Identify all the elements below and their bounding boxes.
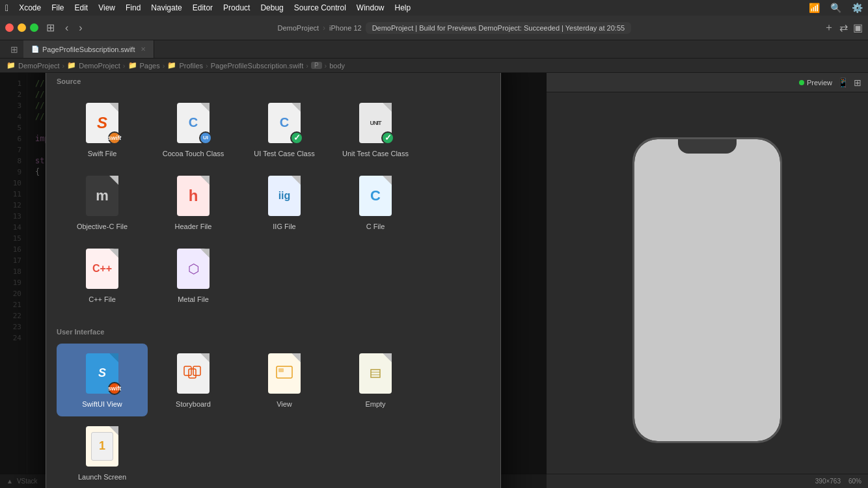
empty-svg	[366, 364, 385, 383]
back-button[interactable]: ‹	[62, 22, 71, 34]
unit-test-letter: UNIT	[370, 120, 381, 126]
device-name: iPhone 12	[329, 24, 362, 32]
forward-button[interactable]: ›	[76, 22, 85, 34]
layout-icon[interactable]: ▣	[853, 21, 863, 34]
breadcrumb-project[interactable]: DemoProject	[18, 62, 60, 70]
breadcrumb-profiles-icon: 📁	[167, 61, 176, 70]
section-ui-header: User Interface	[46, 323, 500, 338]
template-iig[interactable]: iig IIG File	[239, 166, 330, 239]
menu-find[interactable]: Find	[126, 3, 141, 12]
breadcrumb-sep-1: ›	[62, 62, 65, 70]
breadcrumb-demoproject[interactable]: DemoProject	[79, 62, 120, 70]
menu-window[interactable]: Window	[357, 3, 385, 12]
iig-letter: iig	[278, 190, 291, 202]
cocoa-badge: UI	[199, 131, 212, 144]
maximize-button[interactable]	[30, 23, 38, 32]
template-unit-test[interactable]: UNIT ✓ Unit Test Case Class	[330, 93, 421, 166]
objc-letter: m	[96, 187, 109, 204]
menu-xcode[interactable]: Xcode	[19, 3, 41, 12]
menu-product[interactable]: Product	[223, 3, 250, 12]
ui-template-grid: S swift SwiftUI View	[46, 338, 500, 488]
template-cocoa-touch[interactable]: C UI Cocoa Touch Class	[148, 93, 239, 166]
tab-close-icon[interactable]: ✕	[141, 46, 146, 53]
template-storyboard[interactable]: Storyboard	[148, 344, 239, 416]
menu-file[interactable]: File	[51, 3, 64, 12]
breadcrumb-pages-icon: 📁	[128, 61, 137, 70]
breadcrumb-sep-4: ›	[206, 62, 208, 70]
template-empty[interactable]: Empty	[330, 344, 421, 416]
template-view[interactable]: View	[239, 344, 330, 416]
close-button[interactable]	[5, 23, 14, 32]
template-cpp[interactable]: C++ C++ File	[57, 239, 148, 312]
source-template-grid: S swift Swift File C UI	[46, 88, 500, 323]
template-launch-screen[interactable]: 1 Launch Screen	[57, 416, 148, 488]
cocoa-touch-icon: C UI	[175, 101, 211, 145]
swiftui-view-label: SwiftUI View	[82, 400, 122, 409]
swiftui-badge: swift	[108, 382, 121, 395]
view-svg	[275, 364, 294, 383]
storyboard-label: Storyboard	[176, 400, 211, 409]
minimize-button[interactable]	[18, 23, 26, 32]
template-ui-test[interactable]: C ✓ UI Test Case Class	[239, 93, 330, 166]
breadcrumb-p[interactable]: P	[311, 62, 322, 69]
dialog-body: Source S swift Swift File	[46, 73, 500, 488]
header-label: Header File	[175, 222, 212, 231]
ui-test-label: UI Test Case Class	[254, 149, 314, 158]
unit-test-badge: ✓	[381, 131, 394, 144]
breadcrumb: 📁 DemoProject › 📁 DemoProject › 📁 Pages …	[0, 59, 868, 73]
template-swift-file[interactable]: S swift Swift File	[57, 93, 148, 166]
metal-file-icon: ⬡	[175, 247, 211, 291]
header-letter: h	[189, 187, 198, 205]
phone-notch	[678, 139, 737, 154]
template-header[interactable]: h Header File	[148, 166, 239, 239]
launch-number: 1	[99, 439, 105, 453]
section-source-header: Source	[46, 73, 500, 88]
iig-icon: iig	[266, 174, 303, 218]
sidebar-toggle[interactable]: ⊞	[44, 21, 57, 34]
view-file-icon	[266, 351, 303, 396]
menu-editor[interactable]: Editor	[193, 3, 213, 12]
svg-rect-4	[278, 368, 284, 372]
template-dialog: Choose a template for your new file: iOS…	[46, 73, 501, 488]
c-letter: C	[370, 187, 381, 204]
traffic-lights	[5, 23, 38, 32]
menu-edit[interactable]: Edit	[75, 3, 88, 12]
toolbar: ⊞ ‹ › DemoProject › iPhone 12 DemoProjec…	[0, 16, 868, 40]
breadcrumb-file[interactable]: PageProfileSubscription.swift	[211, 62, 303, 70]
svg-rect-3	[277, 366, 292, 378]
launch-screen-icon: 1	[84, 424, 120, 468]
breadcrumb-profiles[interactable]: Profiles	[179, 62, 203, 70]
menu-navigate[interactable]: Navigate	[151, 3, 182, 12]
template-c[interactable]: C C File	[330, 166, 421, 239]
main-layout: 12345 678910 1112131415 1617181920 21222…	[0, 73, 868, 488]
preview-device-icon[interactable]: 📱	[837, 77, 848, 88]
template-metal[interactable]: ⬡ Metal File	[148, 239, 239, 312]
breadcrumb-sep-5: ›	[306, 62, 308, 70]
menu-help[interactable]: Help	[395, 3, 411, 12]
breadcrumb-body[interactable]: body	[329, 62, 345, 70]
breadcrumb-pages[interactable]: Pages	[140, 62, 160, 70]
ui-test-badge: ✓	[290, 131, 303, 144]
add-icon[interactable]: ＋	[824, 21, 834, 34]
preview-area	[547, 92, 868, 488]
template-objc[interactable]: m Objective-C File	[57, 166, 148, 239]
menu-source-control[interactable]: Source Control	[294, 3, 346, 12]
arrange-icon[interactable]: ⇄	[839, 21, 848, 34]
iig-label: IIG File	[273, 222, 295, 231]
project-name: DemoProject	[278, 24, 319, 32]
preview-grid-icon[interactable]: ⊞	[854, 77, 861, 88]
dialog-overlay: Choose a template for your new file: iOS…	[0, 73, 547, 488]
svg-rect-0	[184, 366, 191, 375]
navigator-icon[interactable]: ⊞	[5, 44, 23, 55]
template-swiftui-view[interactable]: S swift SwiftUI View	[57, 344, 148, 416]
menu-debug[interactable]: Debug	[260, 3, 283, 12]
breadcrumb-sep-2: ›	[123, 62, 126, 70]
swiftui-view-icon: S swift	[84, 351, 120, 396]
objc-label: Objective-C File	[77, 222, 128, 231]
file-tab[interactable]: 📄 PageProfileSubscription.swift ✕	[23, 40, 154, 58]
apple-menu[interactable]: 	[5, 3, 8, 13]
preview-panel: Preview 📱 ⊞	[547, 73, 868, 488]
menu-view[interactable]: View	[98, 3, 115, 12]
view-label: View	[277, 400, 292, 409]
cocoa-letter: C	[189, 115, 198, 130]
